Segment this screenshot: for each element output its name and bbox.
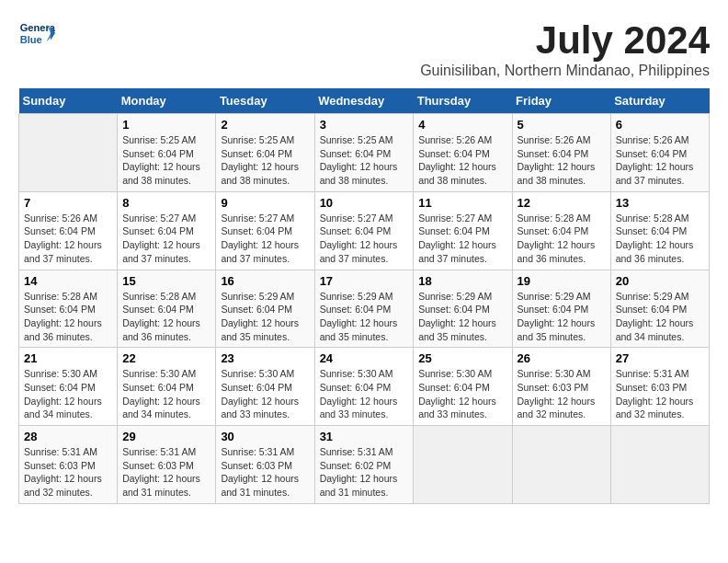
day-info: Sunrise: 5:27 AM Sunset: 6:04 PM Dayligh…: [221, 212, 309, 266]
week-row-5: 28Sunrise: 5:31 AM Sunset: 6:03 PM Dayli…: [19, 426, 710, 504]
day-info: Sunrise: 5:29 AM Sunset: 6:04 PM Dayligh…: [418, 290, 506, 344]
day-number: 7: [24, 196, 112, 210]
day-cell: [19, 114, 118, 192]
day-info: Sunrise: 5:31 AM Sunset: 6:03 PM Dayligh…: [221, 445, 309, 500]
calendar-table: SundayMondayTuesdayWednesdayThursdayFrid…: [18, 88, 710, 504]
day-info: Sunrise: 5:26 AM Sunset: 6:04 PM Dayligh…: [518, 133, 606, 188]
day-number: 11: [418, 196, 506, 210]
sub-title: Guinisiliban, Northern Mindanao, Philipp…: [420, 63, 710, 79]
day-number: 10: [320, 196, 409, 210]
day-cell: 9Sunrise: 5:27 AM Sunset: 6:04 PM Daylig…: [216, 191, 314, 270]
day-number: 6: [616, 118, 704, 132]
day-number: 26: [518, 351, 606, 365]
day-cell: 22Sunrise: 5:30 AM Sunset: 6:04 PM Dayli…: [118, 348, 216, 426]
day-cell: 14Sunrise: 5:28 AM Sunset: 6:04 PM Dayli…: [19, 270, 118, 348]
day-cell: 27Sunrise: 5:31 AM Sunset: 6:03 PM Dayli…: [610, 348, 709, 426]
week-row-3: 14Sunrise: 5:28 AM Sunset: 6:04 PM Dayli…: [19, 270, 710, 348]
day-cell: 23Sunrise: 5:30 AM Sunset: 6:04 PM Dayli…: [216, 348, 314, 426]
day-cell: 21Sunrise: 5:30 AM Sunset: 6:04 PM Dayli…: [19, 348, 118, 426]
day-cell: 20Sunrise: 5:29 AM Sunset: 6:04 PM Dayli…: [610, 270, 709, 348]
header-cell-monday: Monday: [118, 88, 216, 114]
header-cell-saturday: Saturday: [610, 88, 709, 114]
day-info: Sunrise: 5:26 AM Sunset: 6:04 PM Dayligh…: [616, 133, 704, 188]
day-number: 31: [320, 430, 409, 443]
day-info: Sunrise: 5:30 AM Sunset: 6:03 PM Dayligh…: [518, 367, 606, 421]
day-cell: 3Sunrise: 5:25 AM Sunset: 6:04 PM Daylig…: [314, 114, 414, 192]
logo-icon: General Blue: [18, 18, 55, 51]
day-number: 24: [320, 351, 409, 365]
day-cell: 31Sunrise: 5:31 AM Sunset: 6:02 PM Dayli…: [314, 426, 414, 504]
day-cell: 11Sunrise: 5:27 AM Sunset: 6:04 PM Dayli…: [414, 191, 512, 270]
day-info: Sunrise: 5:29 AM Sunset: 6:04 PM Dayligh…: [221, 290, 309, 344]
day-number: 3: [320, 118, 409, 132]
day-number: 27: [616, 351, 704, 365]
day-number: 4: [418, 118, 506, 132]
day-cell: 13Sunrise: 5:28 AM Sunset: 6:04 PM Dayli…: [610, 191, 709, 270]
day-info: Sunrise: 5:31 AM Sunset: 6:03 PM Dayligh…: [24, 445, 112, 500]
day-cell: 1Sunrise: 5:25 AM Sunset: 6:04 PM Daylig…: [118, 114, 216, 192]
day-cell: 7Sunrise: 5:26 AM Sunset: 6:04 PM Daylig…: [19, 191, 118, 270]
header-cell-tuesday: Tuesday: [216, 88, 314, 114]
header-cell-friday: Friday: [512, 88, 610, 114]
header-cell-thursday: Thursday: [414, 88, 512, 114]
day-cell: 16Sunrise: 5:29 AM Sunset: 6:04 PM Dayli…: [216, 270, 314, 348]
calendar-header: SundayMondayTuesdayWednesdayThursdayFrid…: [19, 88, 710, 114]
week-row-4: 21Sunrise: 5:30 AM Sunset: 6:04 PM Dayli…: [19, 348, 710, 426]
day-info: Sunrise: 5:25 AM Sunset: 6:04 PM Dayligh…: [221, 133, 309, 188]
day-cell: 30Sunrise: 5:31 AM Sunset: 6:03 PM Dayli…: [216, 426, 314, 504]
day-number: 25: [418, 351, 506, 365]
day-number: 28: [24, 430, 112, 443]
day-number: 21: [24, 351, 112, 365]
day-cell: 26Sunrise: 5:30 AM Sunset: 6:03 PM Dayli…: [512, 348, 610, 426]
day-number: 13: [616, 196, 704, 210]
day-info: Sunrise: 5:25 AM Sunset: 6:04 PM Dayligh…: [320, 133, 409, 188]
day-info: Sunrise: 5:28 AM Sunset: 6:04 PM Dayligh…: [518, 212, 606, 266]
day-number: 19: [518, 274, 606, 288]
day-number: 23: [221, 351, 309, 365]
day-cell: 8Sunrise: 5:27 AM Sunset: 6:04 PM Daylig…: [118, 191, 216, 270]
day-number: 2: [221, 118, 309, 132]
day-number: 16: [221, 274, 309, 288]
day-info: Sunrise: 5:28 AM Sunset: 6:04 PM Dayligh…: [24, 290, 112, 344]
day-number: 30: [221, 430, 309, 443]
day-info: Sunrise: 5:27 AM Sunset: 6:04 PM Dayligh…: [122, 212, 210, 266]
day-cell: 5Sunrise: 5:26 AM Sunset: 6:04 PM Daylig…: [512, 114, 610, 192]
day-cell: [414, 426, 512, 504]
day-info: Sunrise: 5:31 AM Sunset: 6:03 PM Dayligh…: [122, 445, 210, 500]
day-number: 17: [320, 274, 409, 288]
day-info: Sunrise: 5:30 AM Sunset: 6:04 PM Dayligh…: [221, 367, 309, 421]
day-cell: 4Sunrise: 5:26 AM Sunset: 6:04 PM Daylig…: [414, 114, 512, 192]
day-cell: [610, 426, 709, 504]
day-number: 14: [24, 274, 112, 288]
day-info: Sunrise: 5:30 AM Sunset: 6:04 PM Dayligh…: [122, 367, 210, 421]
day-cell: 10Sunrise: 5:27 AM Sunset: 6:04 PM Dayli…: [314, 191, 414, 270]
header-cell-sunday: Sunday: [19, 88, 118, 114]
day-number: 15: [122, 274, 210, 288]
day-cell: 17Sunrise: 5:29 AM Sunset: 6:04 PM Dayli…: [314, 270, 414, 348]
day-cell: 25Sunrise: 5:30 AM Sunset: 6:04 PM Dayli…: [414, 348, 512, 426]
week-row-2: 7Sunrise: 5:26 AM Sunset: 6:04 PM Daylig…: [19, 191, 710, 270]
day-cell: 6Sunrise: 5:26 AM Sunset: 6:04 PM Daylig…: [610, 114, 709, 192]
day-info: Sunrise: 5:28 AM Sunset: 6:04 PM Dayligh…: [122, 290, 210, 344]
calendar-body: 1Sunrise: 5:25 AM Sunset: 6:04 PM Daylig…: [19, 114, 710, 504]
day-info: Sunrise: 5:27 AM Sunset: 6:04 PM Dayligh…: [418, 212, 506, 266]
day-cell: 29Sunrise: 5:31 AM Sunset: 6:03 PM Dayli…: [118, 426, 216, 504]
day-cell: 24Sunrise: 5:30 AM Sunset: 6:04 PM Dayli…: [314, 348, 414, 426]
day-number: 1: [122, 118, 210, 132]
day-info: Sunrise: 5:29 AM Sunset: 6:04 PM Dayligh…: [518, 290, 606, 344]
day-number: 5: [518, 118, 606, 132]
title-section: July 2024 Guinisiliban, Northern Mindana…: [420, 18, 710, 79]
day-number: 20: [616, 274, 704, 288]
day-number: 9: [221, 196, 309, 210]
main-title: July 2024: [420, 18, 710, 63]
day-cell: 15Sunrise: 5:28 AM Sunset: 6:04 PM Dayli…: [118, 270, 216, 348]
page-header: General Blue July 2024 Guinisiliban, Nor…: [18, 18, 710, 79]
logo: General Blue: [18, 18, 55, 51]
day-info: Sunrise: 5:27 AM Sunset: 6:04 PM Dayligh…: [320, 212, 409, 266]
day-number: 18: [418, 274, 506, 288]
day-cell: 12Sunrise: 5:28 AM Sunset: 6:04 PM Dayli…: [512, 191, 610, 270]
day-number: 29: [122, 430, 210, 443]
day-info: Sunrise: 5:29 AM Sunset: 6:04 PM Dayligh…: [320, 290, 409, 344]
day-cell: 2Sunrise: 5:25 AM Sunset: 6:04 PM Daylig…: [216, 114, 314, 192]
day-cell: 19Sunrise: 5:29 AM Sunset: 6:04 PM Dayli…: [512, 270, 610, 348]
